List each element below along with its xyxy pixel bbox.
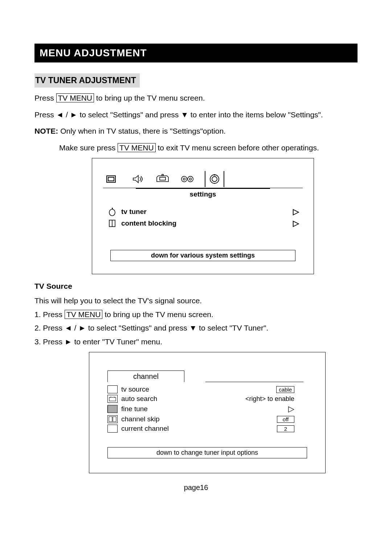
tv-menu-key: TV MENU — [65, 310, 103, 319]
row-label: tv source — [121, 385, 276, 393]
text: Press — [34, 94, 56, 102]
row-value: off — [277, 416, 294, 423]
tv-menu-key: TV MENU — [118, 143, 156, 152]
svg-rect-16 — [113, 417, 116, 422]
options-tab-icon — [180, 173, 195, 186]
svg-rect-2 — [160, 177, 166, 180]
fine-tune-icon — [107, 405, 118, 413]
note-line: NOTE: Only when in TV status, there is "… — [34, 125, 358, 137]
page-title-bar: MENU ADJUSTMENT — [34, 44, 358, 62]
tv-source-description: This will help you to select the TV's si… — [34, 295, 358, 307]
note-text: Only when in TV status, there is "Settin… — [58, 127, 226, 135]
tv-menu-key: TV MENU — [56, 93, 94, 102]
auto-search-icon — [107, 395, 118, 403]
row-current-channel: current channel 2 — [107, 425, 294, 433]
step-3: 3. Press ► to enter "TV Tuner" menu. — [34, 336, 358, 348]
page-number: page16 — [34, 483, 358, 492]
svg-point-4 — [183, 178, 185, 181]
display-tab-icon — [155, 173, 170, 186]
note-label: NOTE: — [34, 127, 58, 135]
settings-list: tv tuner ▷ content blocking ▷ — [103, 207, 303, 228]
svg-point-8 — [212, 177, 217, 182]
channel-skip-icon — [107, 415, 118, 423]
step-1: 1. Press TV MENU to bring up the TV menu… — [34, 308, 358, 321]
svg-rect-15 — [109, 417, 112, 422]
row-label: fine tune — [121, 405, 288, 413]
settings-menu-screenshot: settings tv tuner ▷ content blocking ▷ d… — [92, 158, 314, 274]
tuner-icon — [107, 207, 118, 216]
text: to exit TV menu screen before other oper… — [158, 143, 319, 152]
tab-row — [103, 171, 303, 188]
settings-item-tv-tuner: tv tuner ▷ — [107, 207, 303, 216]
text: to bring up the TV menu screen. — [96, 94, 205, 102]
svg-point-9 — [109, 209, 115, 216]
instruction-line-3: Make sure press TV MENU to exit TV menu … — [59, 142, 358, 154]
tv-source-heading: TV Source — [34, 280, 358, 292]
svg-point-7 — [210, 175, 219, 183]
row-tv-source: tv source cable — [107, 385, 294, 393]
row-value: cable — [276, 386, 294, 393]
row-auto-search: auto search <right> to enable — [107, 395, 294, 403]
right-arrow-icon: ▷ — [293, 219, 299, 228]
text: Make sure press — [59, 143, 118, 152]
tv-source-icon — [107, 385, 118, 393]
row-fine-tune: fine tune ▷ — [107, 404, 294, 414]
video-tab-icon — [106, 173, 121, 186]
text: 1. Press — [34, 310, 65, 319]
right-arrow-icon: ▷ — [288, 404, 294, 414]
hint-text: down for various system settings — [110, 250, 295, 261]
svg-point-3 — [181, 177, 187, 182]
section-heading: TV TUNER ADJUSTMENT — [34, 73, 140, 88]
channel-menu-screenshot: channel tv source cable auto search <rig… — [89, 352, 326, 473]
page-title: MENU ADJUSTMENT — [40, 47, 147, 58]
svg-point-5 — [188, 177, 193, 182]
audio-tab-icon — [131, 173, 145, 186]
settings-item-label: content blocking — [121, 219, 176, 227]
channel-tab-label: channel — [107, 370, 184, 382]
active-tab-label: settings — [136, 188, 270, 198]
row-label: auto search — [121, 395, 245, 403]
instruction-line-1: Press TV MENU to bring up the TV menu sc… — [34, 92, 358, 104]
svg-point-6 — [189, 178, 192, 181]
row-label: channel skip — [121, 415, 277, 423]
step-2: 2. Press ◄ / ► to select "Settings" and … — [34, 322, 358, 334]
settings-item-content-blocking: content blocking ▷ — [107, 219, 303, 228]
row-label: current channel — [121, 425, 277, 433]
svg-rect-12 — [109, 397, 116, 401]
row-channel-skip: channel skip off — [107, 415, 294, 423]
row-value: <right> to enable — [245, 395, 294, 403]
right-arrow-icon: ▷ — [293, 207, 299, 216]
blocking-icon — [107, 219, 118, 227]
current-channel-icon — [107, 425, 118, 433]
settings-tab-icon — [205, 171, 224, 187]
settings-item-label: tv tuner — [121, 208, 147, 216]
svg-rect-1 — [108, 177, 114, 181]
row-value: 2 — [277, 425, 294, 432]
channel-list: tv source cable auto search <right> to e… — [107, 385, 294, 433]
instruction-line-2: Press ◄ / ► to select "Settings" and pre… — [34, 109, 358, 121]
text: to bring up the TV menu screen. — [105, 310, 213, 319]
hint-text: down to change tuner input options — [107, 447, 307, 458]
